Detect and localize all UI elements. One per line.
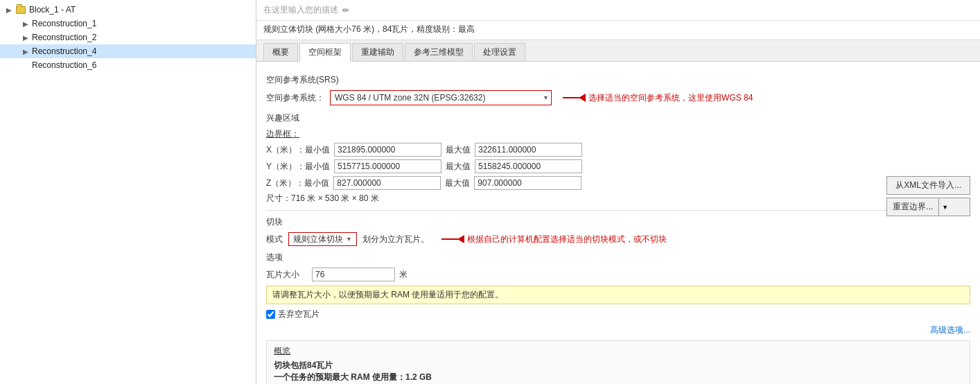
y-min-label: Y（米）：最小值: [266, 161, 330, 173]
y-min-input[interactable]: [334, 159, 441, 173]
size-text: 尺寸：716 米 × 530 米 × 80 米: [266, 193, 379, 203]
reset-bbox-button-group: 重置边界... ▼: [886, 198, 970, 216]
sidebar-item-label-r1: Reconstruction_1: [32, 19, 96, 28]
bbox-title: 边界框：: [266, 128, 970, 140]
sidebar: ▶ Block_1 - AT ▶ Reconstruction_1 ▶ Reco…: [0, 0, 256, 384]
content-area: 从XML文件导入... 重置边界... ▼ 空间参考系统(SRS) 空间参考系统…: [256, 62, 980, 384]
tab-processing-settings[interactable]: 处理设置: [474, 43, 525, 61]
y-max-input[interactable]: [475, 159, 582, 173]
tiling-annotation: 根据自己的计算机配置选择适当的切块模式，或不切块: [441, 234, 667, 245]
tab-reconstruction-assist[interactable]: 重建辅助: [352, 43, 403, 61]
z-max-label: 最大值: [445, 177, 470, 189]
preview-line1: 切块包括84瓦片: [274, 360, 963, 372]
desc-placeholder: 在这里输入您的描述: [263, 4, 338, 16]
options-title: 选项: [266, 252, 970, 263]
expand-icon: ▶: [4, 5, 14, 15]
divider: [266, 210, 970, 211]
tile-size-label: 瓦片大小: [266, 269, 308, 281]
desc-bar: 在这里输入您的描述 ✏: [256, 0, 980, 21]
x-max-input[interactable]: [475, 143, 582, 157]
z-min-label: Z（米）：最小值: [266, 177, 329, 189]
tiling-title: 切块: [266, 216, 970, 228]
expand-icon-r2: ▶: [21, 33, 30, 42]
split-label: 划分为立方瓦片。: [362, 234, 429, 245]
x-max-label: 最大值: [446, 144, 471, 156]
z-bbox-row: Z（米）：最小值 最大值: [266, 176, 970, 190]
sidebar-item-label-r6: Reconstruction_6: [32, 60, 96, 70]
sidebar-item-label-r2: Reconstruction_2: [32, 33, 96, 42]
srs-select-wrapper: WGS 84 / UTM zone 32N (EPSG:32632): [330, 90, 552, 105]
sidebar-item-label-r4: Reconstruction_4: [32, 46, 96, 56]
folder-icon: [15, 5, 26, 15]
srs-annotation-text: 选择适当的空间参考系统，这里使用WGS 84: [588, 92, 753, 104]
sidebar-root-label: Block_1 - AT: [29, 5, 76, 15]
x-bbox-row: X（米）：最小值 最大值: [266, 143, 970, 157]
size-row: 尺寸：716 米 × 530 米 × 80 米: [266, 193, 970, 204]
tab-overview[interactable]: 概要: [263, 43, 298, 61]
main-panel: 在这里输入您的描述 ✏ 规则立体切块 (网格大小76 米)，84瓦片，精度级别：…: [256, 0, 980, 384]
right-buttons: 从XML文件导入... 重置边界... ▼: [886, 176, 970, 216]
tile-size-input[interactable]: [312, 268, 395, 281]
preview-line2: 一个任务的预期最大 RAM 使用量：1.2 GB: [274, 372, 963, 383]
discard-tiles-row: 丢弃空瓦片: [266, 308, 970, 320]
y-bbox-row: Y（米）：最小值 最大值: [266, 159, 970, 173]
mode-select[interactable]: 规则立体切块: [293, 234, 354, 244]
srs-label: 空间参考系统：: [266, 92, 324, 104]
sidebar-item-reconstruction4[interactable]: ▶ Reconstruction_4: [0, 44, 256, 58]
expand-icon-r4: ▶: [21, 46, 30, 56]
tiling-annotation-text: 根据自己的计算机配置选择适当的切块模式，或不切块: [467, 234, 667, 245]
tab-reference-3d[interactable]: 参考三维模型: [405, 43, 473, 61]
x-min-input[interactable]: [334, 143, 441, 157]
bbox-section: X（米）：最小值 最大值 Y（米）：最小值 最大值 Z（米）：最小值 最大值: [266, 143, 970, 190]
tiling-mode-row: 模式 规则立体切块 ▼ 划分为立方瓦片。 根据自己的计算机配置选择适当的切块模式…: [266, 232, 970, 246]
srs-annotation-arrow: 选择适当的空间参考系统，这里使用WGS 84: [563, 92, 753, 104]
mode-select-wrapper: 规则立体切块 ▼: [288, 232, 357, 246]
preview-title: 概览: [274, 345, 963, 357]
tile-size-row: 瓦片大小 米: [266, 268, 970, 281]
srs-select[interactable]: WGS 84 / UTM zone 32N (EPSG:32632): [330, 90, 552, 105]
mode-label: 模式: [266, 234, 283, 245]
import-xml-button[interactable]: 从XML文件导入...: [886, 176, 970, 195]
advanced-options-link[interactable]: 高级选项...: [930, 325, 970, 335]
reset-bbox-dropdown-arrow[interactable]: ▼: [938, 198, 951, 216]
sidebar-root-item[interactable]: ▶ Block_1 - AT: [0, 3, 256, 17]
info-text: 规则立体切块 (网格大小76 米)，84瓦片，精度级别：最高: [263, 24, 475, 34]
hint-text: 请调整瓦片大小，以便预期最大 RAM 使用量适用于您的配置。: [272, 290, 503, 299]
z-max-input[interactable]: [474, 176, 581, 190]
edit-icon[interactable]: ✏: [342, 6, 349, 15]
info-line: 规则立体切块 (网格大小76 米)，84瓦片，精度级别：最高: [256, 21, 980, 40]
tab-spatial-framework[interactable]: 空间框架: [299, 43, 351, 62]
hint-box: 请调整瓦片大小，以便预期最大 RAM 使用量适用于您的配置。: [266, 286, 970, 304]
sidebar-item-reconstruction2[interactable]: ▶ Reconstruction_2: [0, 30, 256, 44]
discard-tiles-label: 丢弃空瓦片: [278, 308, 320, 320]
srs-section-title: 空间参考系统(SRS): [266, 74, 970, 86]
srs-row: 空间参考系统： WGS 84 / UTM zone 32N (EPSG:3263…: [266, 90, 970, 105]
sidebar-item-reconstruction6[interactable]: Reconstruction_6: [0, 58, 256, 72]
tabs-bar: 概要 空间框架 重建辅助 参考三维模型 处理设置: [256, 40, 980, 62]
discard-tiles-checkbox[interactable]: [266, 310, 275, 319]
aoi-title: 兴趣区域: [266, 112, 970, 124]
z-min-input[interactable]: [333, 176, 441, 190]
tile-size-unit: 米: [399, 269, 408, 281]
advanced-link: 高级选项...: [266, 324, 970, 336]
reset-bbox-main-button[interactable]: 重置边界...: [887, 198, 938, 216]
preview-section: 概览 切块包括84瓦片 一个任务的预期最大 RAM 使用量：1.2 GB: [266, 340, 970, 384]
y-max-label: 最大值: [446, 161, 471, 173]
sidebar-item-reconstruction1[interactable]: ▶ Reconstruction_1: [0, 17, 256, 30]
x-min-label: X（米）：最小值: [266, 144, 330, 156]
expand-icon-r1: ▶: [21, 19, 30, 28]
